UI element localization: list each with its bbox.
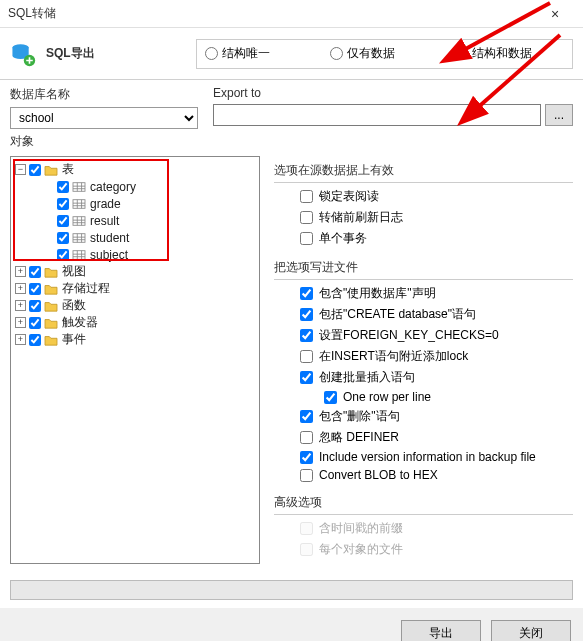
tree-node-table[interactable]: subject [13, 246, 257, 263]
radio-structure-and-data[interactable]: 结构和数据 [447, 45, 572, 62]
export-path-input[interactable] [213, 104, 541, 126]
expand-icon[interactable]: + [15, 334, 26, 345]
table-icon [72, 249, 86, 261]
header: SQL导出 结构唯一 仅有数据 结构和数据 [0, 28, 583, 80]
opt-bulk-insert[interactable]: 创建批量插入语句 [274, 367, 573, 388]
expand-icon[interactable]: + [15, 283, 26, 294]
checkbox-group[interactable] [29, 266, 41, 278]
folder-icon [44, 334, 58, 346]
expand-icon[interactable]: + [15, 266, 26, 277]
progress-bar [10, 580, 573, 600]
opt-ignore-definer[interactable]: 忽略 DEFINER [274, 427, 573, 448]
checkbox-group[interactable] [29, 283, 41, 295]
folder-icon [44, 300, 58, 312]
export-to-label: Export to [213, 86, 573, 100]
tree-node-table[interactable]: student [13, 229, 257, 246]
opt-per-object-file: 每个对象的文件 [274, 539, 573, 560]
tree-node-table[interactable]: grade [13, 195, 257, 212]
object-tree[interactable]: − 表 categorygraderesultstudentsubject +视… [10, 156, 260, 564]
checkbox-table[interactable] [57, 215, 69, 227]
opt-blob-hex[interactable]: Convert BLOB to HEX [274, 466, 573, 484]
close-button[interactable]: 关闭 [491, 620, 571, 641]
tree-node-table[interactable]: result [13, 212, 257, 229]
folder-icon [44, 164, 58, 176]
objects-label: 对象 [10, 133, 205, 150]
database-export-icon [10, 41, 36, 67]
section-advanced: 高级选项 [274, 494, 573, 511]
checkbox-group[interactable] [29, 334, 41, 346]
tree-node-group[interactable]: +触发器 [13, 314, 257, 331]
opt-delete-stmt[interactable]: 包含"删除"语句 [274, 406, 573, 427]
export-button[interactable]: 导出 [401, 620, 481, 641]
tree-node-group[interactable]: +存储过程 [13, 280, 257, 297]
opt-create-db[interactable]: 包括"CREATE database"语句 [274, 304, 573, 325]
checkbox-tables[interactable] [29, 164, 41, 176]
close-icon[interactable]: × [535, 6, 575, 22]
tree-node-tables[interactable]: − 表 [13, 161, 257, 178]
browse-button[interactable]: ... [545, 104, 573, 126]
section-source-options: 选项在源数据据上有效 [274, 162, 573, 179]
radio-structure-only[interactable]: 结构唯一 [197, 45, 322, 62]
checkbox-table[interactable] [57, 232, 69, 244]
opt-insert-lock[interactable]: 在INSERT语句附近添加lock [274, 346, 573, 367]
opt-version-info[interactable]: Include version information in backup fi… [274, 448, 573, 466]
folder-icon [44, 317, 58, 329]
titlebar: SQL转储 × [0, 0, 583, 28]
svg-rect-24 [73, 250, 85, 259]
checkbox-table[interactable] [57, 249, 69, 261]
opt-ts-prefix: 含时间戳的前缀 [274, 518, 573, 539]
opt-single-tx[interactable]: 单个事务 [274, 228, 573, 249]
opt-lock-tables[interactable]: 锁定表阅读 [274, 186, 573, 207]
opt-fk-checks[interactable]: 设置FOREIGN_KEY_CHECKS=0 [274, 325, 573, 346]
svg-rect-9 [73, 199, 85, 208]
svg-rect-14 [73, 216, 85, 225]
table-icon [72, 181, 86, 193]
folder-icon [44, 266, 58, 278]
svg-rect-19 [73, 233, 85, 242]
checkbox-group[interactable] [29, 300, 41, 312]
collapse-icon[interactable]: − [15, 164, 26, 175]
options-panel: 选项在源数据据上有效 锁定表阅读 转储前刷新日志 单个事务 把选项写进文件 包含… [260, 156, 573, 564]
db-name-label: 数据库名称 [10, 86, 205, 103]
export-mode-group: 结构唯一 仅有数据 结构和数据 [196, 39, 573, 69]
table-icon [72, 232, 86, 244]
button-row: 导出 关闭 [0, 608, 583, 641]
tree-node-group[interactable]: +视图 [13, 263, 257, 280]
tree-node-table[interactable]: category [13, 178, 257, 195]
section-file-options: 把选项写进文件 [274, 259, 573, 276]
tree-node-group[interactable]: +事件 [13, 331, 257, 348]
window-title: SQL转储 [8, 5, 535, 22]
expand-icon[interactable]: + [15, 317, 26, 328]
svg-rect-4 [73, 182, 85, 191]
opt-use-db[interactable]: 包含"使用数据库"声明 [274, 283, 573, 304]
tree-node-group[interactable]: +函数 [13, 297, 257, 314]
checkbox-table[interactable] [57, 198, 69, 210]
folder-icon [44, 283, 58, 295]
checkbox-table[interactable] [57, 181, 69, 193]
table-icon [72, 215, 86, 227]
checkbox-group[interactable] [29, 317, 41, 329]
expand-icon[interactable]: + [15, 300, 26, 311]
export-title: SQL导出 [46, 45, 196, 62]
database-select[interactable]: school [10, 107, 198, 129]
radio-data-only[interactable]: 仅有数据 [322, 45, 447, 62]
table-icon [72, 198, 86, 210]
opt-flush-logs[interactable]: 转储前刷新日志 [274, 207, 573, 228]
opt-one-row[interactable]: One row per line [274, 388, 573, 406]
progress-area [0, 572, 583, 608]
